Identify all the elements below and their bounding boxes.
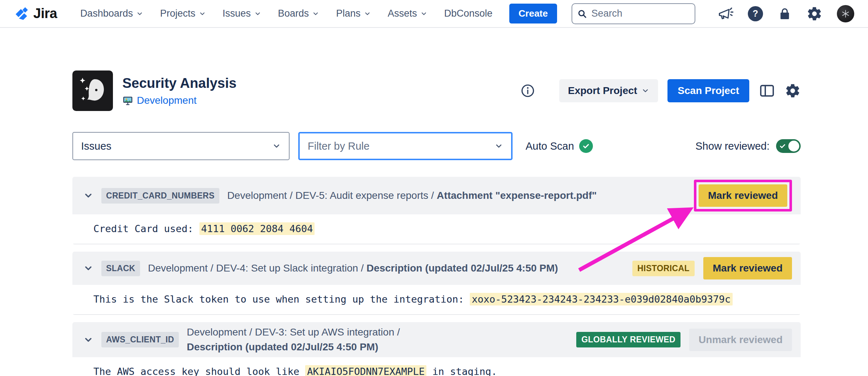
finding-header: AWS_CLIENT_ID Development / DEV-3: Set u… (72, 322, 801, 357)
show-reviewed-toggle[interactable] (776, 139, 801, 153)
finding-actions: Mark reviewed (694, 180, 792, 212)
breadcrumb-location: Description (updated 02/Jul/25 4:50 PM) (367, 262, 558, 274)
filter-row: Issues Filter by Rule Auto Scan Show rev… (72, 132, 801, 160)
project-link-row: Development (122, 95, 236, 106)
secret-highlight: AKIAIO5FODNN7EXAMPLE (305, 365, 426, 376)
nav-item-issues[interactable]: Issues (223, 8, 261, 19)
finding-header: SLACK Development / DEV-4: Set up Slack … (72, 252, 801, 285)
chevron-down-icon (641, 87, 649, 95)
nav-item-label: Assets (388, 8, 417, 19)
finding-content: Credit Card used: 4111 0062 2084 4604 (72, 214, 801, 244)
finding-breadcrumb: Development / DEV-4: Set up Slack integr… (148, 261, 558, 276)
nav-item-projects[interactable]: Projects (160, 8, 206, 19)
breadcrumb-path: Development / DEV-4: Set up Slack integr… (148, 262, 367, 274)
finding-actions: GLOBALLY REVIEWED Unmark reviewed (576, 329, 792, 351)
chevron-down-icon (420, 10, 427, 17)
avatar-snowflake-mark (841, 9, 850, 18)
jira-logo[interactable]: Jira (14, 6, 57, 21)
findings-list: CREDIT_CARD_NUMBERS Development / DEV-5:… (72, 177, 801, 376)
page-settings-gear-icon[interactable] (785, 83, 801, 99)
show-reviewed-label: Show reviewed: (695, 140, 770, 152)
collapse-chevron-icon[interactable] (83, 335, 93, 345)
main-nav: Dashboards Projects Issues Boards Plans … (80, 8, 493, 19)
finding-text: in staging. (426, 366, 497, 376)
nav-item-label: DbConsole (444, 8, 493, 19)
nav-item-label: Issues (223, 8, 251, 19)
breadcrumb-path: Development / DEV-5: Audit expense repor… (227, 190, 437, 201)
rule-badge: CREDIT_CARD_NUMBERS (101, 188, 219, 204)
finding-text: Credit Card used: (93, 223, 199, 234)
finding-breadcrumb: Development / DEV-3: Set up AWS integrat… (187, 325, 455, 354)
finding-actions: HISTORICAL Mark reviewed (632, 257, 792, 279)
breadcrumb-location: Attachment "expense-report.pdf" (437, 190, 597, 201)
finding-text: The AWS access key should look like (93, 366, 305, 376)
collapse-chevron-icon[interactable] (83, 263, 93, 273)
breadcrumb-path: Development / DEV-3: Set up AWS integrat… (187, 326, 400, 338)
nav-item-label: Boards (278, 8, 309, 19)
nav-item-dashboards[interactable]: Dashboards (80, 8, 144, 19)
search-box[interactable] (572, 3, 695, 24)
globally-reviewed-badge: GLOBALLY REVIEWED (576, 332, 681, 347)
finding-header: CREDIT_CARD_NUMBERS Development / DEV-5:… (72, 177, 801, 214)
main-content: Security Analysis Development (0, 70, 868, 376)
export-project-button[interactable]: Export Project (559, 79, 658, 102)
finding-content: This is the Slack token to use when sett… (72, 285, 801, 315)
auto-scan-check-icon (579, 139, 593, 153)
topbar-icon-group: ? (717, 5, 854, 22)
auto-scan-status: Auto Scan (526, 139, 593, 153)
unmark-reviewed-button[interactable]: Unmark reviewed (689, 329, 792, 351)
rule-badge: AWS_CLIENT_ID (101, 332, 179, 347)
search-input[interactable] (591, 8, 690, 19)
toggle-knob (788, 141, 799, 151)
nav-item-plans[interactable]: Plans (336, 8, 371, 19)
secret-highlight: 4111 0062 2084 4604 (199, 222, 315, 235)
top-nav-bar: Jira Dashboards Projects Issues Boards P… (0, 0, 868, 28)
project-header: Security Analysis Development (72, 70, 801, 111)
historical-badge: HISTORICAL (632, 261, 695, 276)
nav-item-label: Projects (160, 8, 195, 19)
header-actions: Export Project Scan Project (520, 79, 801, 102)
scan-project-button[interactable]: Scan Project (667, 79, 749, 102)
finding-card-slack: SLACK Development / DEV-4: Set up Slack … (72, 252, 801, 315)
show-reviewed-control: Show reviewed: (695, 139, 801, 153)
auto-scan-label: Auto Scan (526, 140, 574, 152)
lock-icon[interactable] (778, 7, 792, 21)
finding-card-aws: AWS_CLIENT_ID Development / DEV-3: Set u… (72, 322, 801, 376)
nav-item-dbconsole[interactable]: DbConsole (444, 8, 493, 19)
create-button[interactable]: Create (509, 4, 557, 24)
breadcrumb-location: Description (updated 02/Jul/25 4:50 PM) (187, 341, 378, 352)
chevron-down-icon (254, 10, 261, 17)
mark-reviewed-button[interactable]: Mark reviewed (703, 257, 792, 279)
mark-reviewed-button[interactable]: Mark reviewed (699, 184, 787, 207)
chevron-down-icon (136, 10, 143, 17)
help-icon[interactable]: ? (748, 6, 763, 21)
nav-item-boards[interactable]: Boards (278, 8, 320, 19)
collapse-chevron-icon[interactable] (83, 191, 93, 201)
secret-highlight: xoxo-523423-234243-234233-e039d02840a0b9… (470, 293, 732, 306)
user-avatar[interactable] (837, 5, 854, 22)
board-layout-icon[interactable] (759, 82, 775, 99)
rule-select-placeholder: Filter by Rule (308, 140, 370, 152)
nav-item-label: Dashboards (80, 8, 133, 19)
finding-breadcrumb: Development / DEV-5: Audit expense repor… (227, 188, 597, 203)
info-icon[interactable] (520, 83, 535, 98)
nav-item-assets[interactable]: Assets (388, 8, 427, 19)
title-block: Security Analysis Development (122, 76, 236, 106)
nav-item-label: Plans (336, 8, 361, 19)
jira-logo-text: Jira (33, 6, 57, 21)
filter-by-rule-select[interactable]: Filter by Rule (298, 132, 513, 160)
finding-content: The AWS access key should look like AKIA… (72, 357, 801, 376)
page-title: Security Analysis (122, 76, 236, 91)
search-icon (577, 8, 587, 19)
annotation-highlight-box: Mark reviewed (694, 180, 792, 212)
project-link[interactable]: Development (137, 95, 197, 106)
chevron-down-icon (272, 142, 281, 150)
monitor-icon (122, 95, 133, 106)
jira-logo-icon (14, 6, 29, 21)
chevron-down-icon (494, 142, 503, 150)
export-project-label: Export Project (568, 85, 637, 97)
finding-card-credit-card: CREDIT_CARD_NUMBERS Development / DEV-5:… (72, 177, 801, 244)
announcement-megaphone-icon[interactable] (717, 6, 733, 22)
settings-gear-icon[interactable] (806, 6, 822, 22)
issues-select[interactable]: Issues (72, 132, 290, 160)
